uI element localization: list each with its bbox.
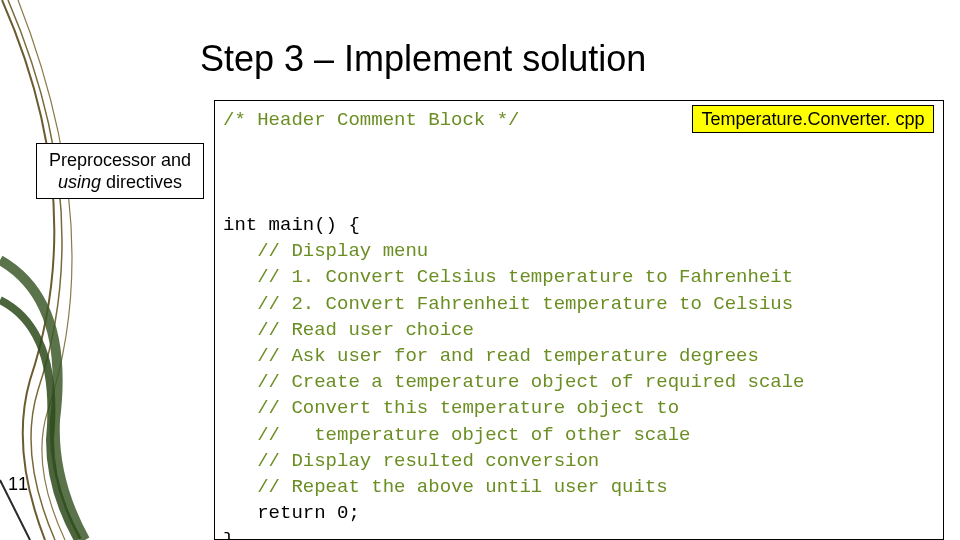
code-line: } [223, 529, 234, 541]
code-line: int main() { [223, 214, 360, 236]
code-line: // Display resulted conversion [223, 450, 599, 472]
code-block: /* Header Comment Block */ int main() { … [223, 107, 935, 540]
code-line: /* Header Comment Block */ [223, 109, 519, 131]
code-line: // Repeat the above until user quits [223, 476, 668, 498]
page-number: 11 [8, 474, 28, 495]
decorative-swoosh [0, 0, 120, 540]
code-line: // 1. Convert Celsius temperature to Fah… [223, 266, 793, 288]
filename-label: Temperature.Converter. cpp [692, 105, 934, 133]
code-line: // temperature object of other scale [223, 424, 690, 446]
code-line: // Convert this temperature object to [223, 397, 679, 419]
preprocessor-directives-label: Preprocessor and using directives [36, 143, 204, 199]
code-line: // Display menu [223, 240, 428, 262]
code-line: // Create a temperature object of requir… [223, 371, 805, 393]
code-line: // 2. Convert Fahrenheit temperature to … [223, 293, 793, 315]
code-line: return 0; [223, 502, 360, 524]
code-line: // Ask user for and read temperature deg… [223, 345, 759, 367]
code-box: /* Header Comment Block */ int main() { … [214, 100, 944, 540]
code-line: // Read user choice [223, 319, 474, 341]
preproc-label-text: Preprocessor and using directives [43, 149, 197, 194]
slide-title: Step 3 – Implement solution [200, 38, 646, 80]
